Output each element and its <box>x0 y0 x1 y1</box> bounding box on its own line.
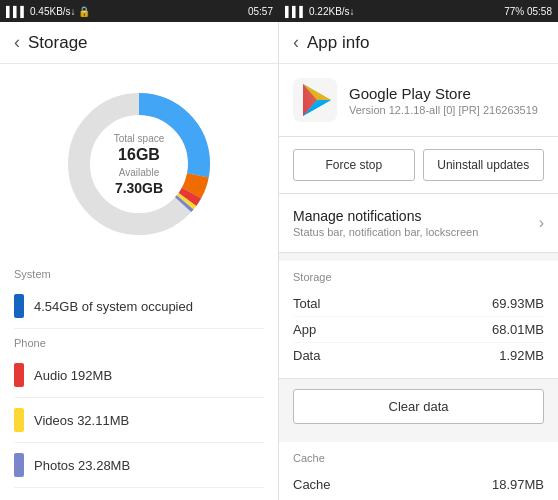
right-header: ‹ App info <box>279 22 558 64</box>
right-signal-speed: ▌▌▌ 0.22KB/s↓ <box>285 6 355 17</box>
notifications-text: Manage notifications Status bar, notific… <box>293 208 478 238</box>
storage-info-block: Storage Total 69.93MB App 68.01MB Data 1… <box>279 261 558 379</box>
storage-app-row: App 68.01MB <box>293 317 544 343</box>
storage-data-value: 1.92MB <box>499 348 544 363</box>
phone-section-label: Phone <box>14 337 264 349</box>
left-back-arrow[interactable]: ‹ <box>14 32 20 53</box>
clear-data-button[interactable]: Clear data <box>293 389 544 424</box>
cache-value: 18.97MB <box>492 477 544 492</box>
available-value: 7.30GB <box>114 178 165 196</box>
storage-app-value: 68.01MB <box>492 322 544 337</box>
notifications-row[interactable]: Manage notifications Status bar, notific… <box>279 194 558 253</box>
cache-label: Cache <box>293 477 331 492</box>
app-text-info: Google Play Store Version 12.1.18-all [0… <box>349 85 538 116</box>
photos-item: Photos 23.28MB <box>14 443 264 488</box>
left-header: ‹ Storage <box>0 22 278 64</box>
chart-area: Total space 16GB Available 7.30GB <box>0 64 278 254</box>
left-time: 05:57 <box>248 6 273 17</box>
photos-color-dot <box>14 453 24 477</box>
total-space-label: Total space <box>114 132 165 145</box>
left-signal-speed: ▌▌▌ 0.45KB/s↓ 🔒 <box>6 6 90 17</box>
storage-app-label: App <box>293 322 316 337</box>
audio-color-dot <box>14 363 24 387</box>
storage-total-label: Total <box>293 296 320 311</box>
donut-center-text: Total space 16GB Available 7.30GB <box>114 132 165 197</box>
right-panel-title: App info <box>307 33 369 53</box>
photos-item-label: Photos 23.28MB <box>34 458 130 473</box>
videos-color-dot <box>14 408 24 432</box>
status-bar-right: ▌▌▌ 0.22KB/s↓ 77% 05:58 <box>279 0 558 22</box>
audio-item: Audio 192MB <box>14 353 264 398</box>
system-item-label: 4.54GB of system occupied <box>34 299 193 314</box>
available-label: Available <box>114 165 165 178</box>
storage-total-value: 69.93MB <box>492 296 544 311</box>
status-bar-left: ▌▌▌ 0.45KB/s↓ 🔒 05:57 <box>0 0 279 22</box>
audio-item-label: Audio 192MB <box>34 368 112 383</box>
storage-block-title: Storage <box>293 271 544 283</box>
storage-breakdown: System 4.54GB of system occupied Phone A… <box>0 254 278 494</box>
cache-row: Cache 18.97MB <box>293 472 544 497</box>
storage-data-label: Data <box>293 348 320 363</box>
left-panel: ‹ Storage <box>0 22 279 500</box>
videos-item: Videos 32.11MB <box>14 398 264 443</box>
uninstall-updates-button[interactable]: Uninstall updates <box>423 149 545 181</box>
app-name: Google Play Store <box>349 85 538 102</box>
action-buttons: Force stop Uninstall updates <box>279 137 558 194</box>
system-color-dot <box>14 294 24 318</box>
app-version: Version 12.1.18-all [0] [PR] 216263519 <box>349 104 538 116</box>
cache-info-block: Cache Cache 18.97MB <box>279 442 558 500</box>
status-bar: ▌▌▌ 0.45KB/s↓ 🔒 05:57 ▌▌▌ 0.22KB/s↓ 77% … <box>0 0 558 22</box>
force-stop-button[interactable]: Force stop <box>293 149 415 181</box>
right-back-arrow[interactable]: ‹ <box>293 32 299 53</box>
system-item: 4.54GB of system occupied <box>14 284 264 329</box>
system-section-label: System <box>14 268 264 280</box>
cache-block-title: Cache <box>293 452 544 464</box>
app-info-card: Google Play Store Version 12.1.18-all [0… <box>279 64 558 137</box>
donut-chart: Total space 16GB Available 7.30GB <box>59 84 219 244</box>
app-icon <box>293 78 337 122</box>
chevron-right-icon: › <box>539 214 544 232</box>
left-panel-title: Storage <box>28 33 88 53</box>
right-panel: ‹ App info <box>279 22 558 500</box>
notifications-sub: Status bar, notification bar, lockscreen <box>293 226 478 238</box>
right-battery-time: 77% 05:58 <box>504 6 552 17</box>
storage-data-row: Data 1.92MB <box>293 343 544 368</box>
total-space-value: 16GB <box>114 145 165 166</box>
storage-total-row: Total 69.93MB <box>293 291 544 317</box>
notifications-title: Manage notifications <box>293 208 478 224</box>
videos-item-label: Videos 32.11MB <box>34 413 129 428</box>
main-content: ‹ Storage <box>0 22 558 500</box>
